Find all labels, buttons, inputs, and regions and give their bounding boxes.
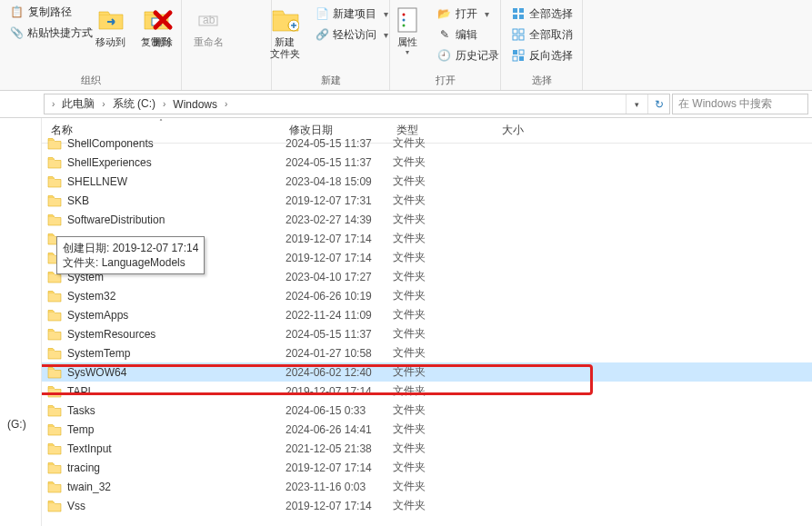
crumb-c-drive[interactable]: 系统 (C:) [109,94,159,114]
cell-type: 文件夹 [393,269,498,284]
svg-point-6 [402,19,405,22]
cell-date: 2022-11-24 11:09 [286,309,393,322]
crumb-windows[interactable]: Windows [169,94,221,114]
folder-icon [47,499,62,513]
invert-selection-button[interactable]: 反向选择 [506,45,578,65]
cell-name: SHELLNEW [67,175,286,188]
folder-icon [47,480,62,494]
new-item-button[interactable]: 📄新建项目▾ [309,4,397,24]
new-item-icon: 📄 [315,6,329,21]
table-row[interactable]: System322024-06-26 10:19文件夹 [42,286,812,305]
svg-rect-11 [519,15,524,19]
invert-icon [511,48,526,63]
folder-icon [47,289,62,303]
table-row[interactable]: SystemApps2022-11-24 11:09文件夹 [42,305,812,324]
drive-g[interactable]: (G:) [7,418,26,431]
cell-date: 2024-05-15 11:37 [286,156,393,169]
cell-type: 文件夹 [393,498,498,513]
table-row[interactable]: SHELLNEW2023-04-18 15:09文件夹 [42,172,812,191]
cell-name: SKB [67,194,286,207]
svg-rect-16 [513,50,517,55]
rename-icon: ab [194,5,223,35]
history-button[interactable]: 🕘历史记录 [432,45,505,65]
cell-type: 文件夹 [393,193,498,208]
cell-type: 文件夹 [393,307,498,323]
select-all-icon [511,6,526,21]
refresh-button[interactable]: ↻ [647,94,669,114]
delete-button[interactable]: 删除 [142,2,184,65]
ribbon-group-new: 新建 [321,72,341,90]
svg-point-7 [402,25,405,27]
table-row[interactable]: Vss2019-12-07 17:14文件夹 [42,496,812,515]
edit-button[interactable]: ✎编辑 [432,25,505,45]
table-row[interactable]: ShellComponents2024-05-15 11:37文件夹 [42,134,812,153]
table-row[interactable]: tracing2019-12-07 17:14文件夹 [42,458,812,477]
cell-name: System32 [67,290,286,303]
sort-indicator-icon: ˄ [159,118,163,126]
svg-rect-19 [519,56,524,61]
cell-name: Temp [67,423,286,436]
select-none-button[interactable]: 全部取消 [506,25,578,45]
crumb-this-pc[interactable]: 此电脑 [58,94,98,114]
table-row[interactable]: SoftwareDistribution2023-02-27 14:39文件夹 [42,210,812,229]
cell-name: SystemApps [67,309,286,322]
nav-tree[interactable]: (G:) [0,118,42,526]
new-folder-button[interactable]: 新建 文件夹 [264,2,306,65]
edit-icon: ✎ [437,27,452,42]
svg-rect-4 [398,8,416,32]
folder-icon [47,403,62,418]
folder-icon [47,155,62,170]
rename-button[interactable]: ab重命名 [187,2,229,65]
easy-access-button[interactable]: 🔗轻松访问▾ [309,25,397,45]
open-button[interactable]: 📂打开▾ [432,4,505,24]
properties-button[interactable]: 属性▾ [386,2,428,65]
svg-rect-17 [519,50,524,55]
cell-date: 2019-12-07 17:14 [286,252,393,264]
table-row[interactable]: Tasks2024-06-15 0:33文件夹 [42,401,812,420]
folder-icon [47,442,62,456]
chevron-right-icon[interactable]: › [48,99,58,109]
ribbon-group-select: 选择 [532,72,552,90]
search-input[interactable]: 在 Windows 中搜索 [672,94,808,114]
cell-date: 2019-12-07 17:31 [286,194,393,207]
table-row[interactable]: SKB2019-12-07 17:31文件夹 [42,191,812,210]
table-row[interactable]: SystemResources2024-05-15 11:37文件夹 [42,324,812,343]
ribbon: 📋复制路径 📎粘贴快捷方式 移动到 复制到 组织 删除 ab重命名 新建 文件夹… [0,0,812,91]
folder-icon [47,194,62,208]
cell-date: 2024-01-27 10:58 [286,347,393,360]
table-row[interactable]: SysWOW642024-06-02 12:40文件夹 [42,362,812,382]
table-row[interactable]: TextInput2021-12-05 21:38文件夹 [42,439,812,458]
cell-date: 2024-06-15 0:33 [286,404,393,417]
copy-path-button[interactable]: 📋复制路径 [5,2,86,22]
cell-type: 文件夹 [393,441,498,456]
cell-type: 文件夹 [393,231,498,246]
tooltip: 创建日期: 2019-12-07 17:14 文件夹: LanguageMode… [56,236,205,274]
table-row[interactable]: twain_322023-11-16 0:03文件夹 [42,477,812,496]
chevron-right-icon[interactable]: › [159,99,169,109]
svg-rect-10 [513,15,517,19]
folder-icon [47,365,62,380]
cell-date: 2023-04-10 17:27 [286,271,393,283]
cell-type: 文件夹 [393,174,498,189]
rows-container: ShellComponents2024-05-15 11:37文件夹ShellE… [42,134,812,515]
cell-date: 2019-12-07 17:14 [286,385,393,398]
cell-name: TAPI [67,385,286,398]
paste-shortcut-button[interactable]: 📎粘贴快捷方式 [5,23,86,43]
table-row[interactable]: Temp2024-06-26 14:41文件夹 [42,420,812,439]
cell-type: 文件夹 [393,135,498,151]
move-to-button[interactable]: 移动到 [90,2,132,65]
table-row[interactable]: TAPI2019-12-07 17:14文件夹 [42,382,812,401]
cell-name: SysWOW64 [67,366,286,379]
select-all-button[interactable]: 全部选择 [506,4,578,24]
cell-date: 2023-11-16 0:03 [286,481,393,493]
address-dropdown[interactable]: ▾ [626,94,647,114]
folder-icon [47,461,62,475]
chevron-right-icon[interactable]: › [98,99,108,109]
table-row[interactable]: SystemTemp2024-01-27 10:58文件夹 [42,343,812,362]
breadcrumb-path[interactable]: › 此电脑 › 系统 (C:) › Windows › ▾ ↻ [44,94,670,114]
cell-name: twain_32 [67,481,286,493]
table-row[interactable]: ShellExperiences2024-05-15 11:37文件夹 [42,153,812,172]
new-folder-icon [270,5,299,35]
chevron-right-icon[interactable]: › [221,99,231,109]
cell-date: 2023-04-18 15:09 [286,175,393,188]
